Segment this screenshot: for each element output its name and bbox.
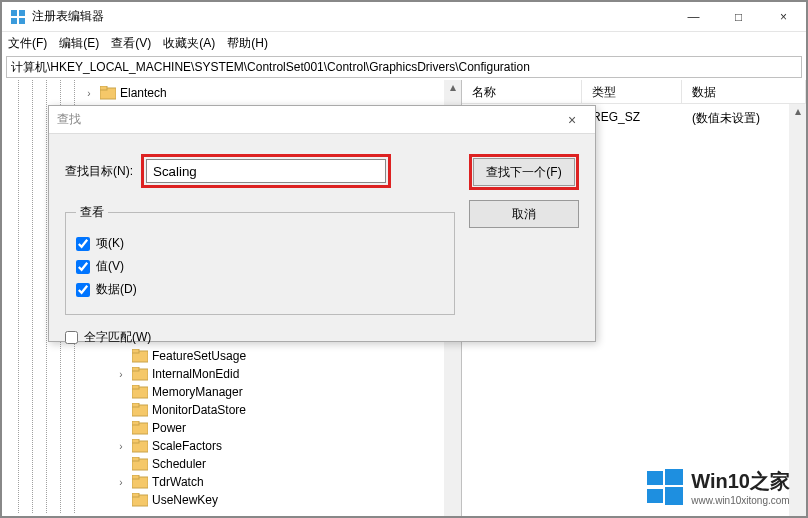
- list-header: 名称 类型 数据: [462, 80, 806, 104]
- svg-rect-15: [132, 421, 139, 425]
- tree-node[interactable]: MemoryManager: [2, 383, 461, 401]
- folder-icon: [132, 421, 148, 435]
- col-name[interactable]: 名称: [462, 80, 582, 103]
- highlight-box: [141, 154, 391, 188]
- tree-node-label: MonitorDataStore: [152, 403, 246, 417]
- svg-rect-3: [19, 18, 25, 24]
- chk-keys[interactable]: 项(K): [76, 235, 444, 252]
- folder-icon: [132, 475, 148, 489]
- svg-rect-21: [132, 475, 139, 479]
- dialog-titlebar[interactable]: 查找 ×: [49, 106, 595, 134]
- address-bar[interactable]: 计算机\HKEY_LOCAL_MACHINE\SYSTEM\ControlSet…: [6, 56, 802, 78]
- lookat-group: 查看 项(K) 值(V) 数据(D): [65, 204, 455, 315]
- find-target-label: 查找目标(N):: [65, 163, 133, 180]
- svg-rect-23: [132, 493, 139, 497]
- menubar: 文件(F) 编辑(E) 查看(V) 收藏夹(A) 帮助(H): [2, 32, 806, 54]
- menu-edit[interactable]: 编辑(E): [59, 35, 99, 52]
- tree-node-label: ScaleFactors: [152, 439, 222, 453]
- cell-data: (数值未设置): [682, 108, 806, 129]
- find-next-button[interactable]: 查找下一个(F): [473, 158, 575, 186]
- col-data[interactable]: 数据: [682, 80, 806, 103]
- tree-node[interactable]: UseNewKey: [2, 491, 461, 509]
- folder-icon: [132, 367, 148, 381]
- window-title: 注册表编辑器: [32, 8, 671, 25]
- tree-node[interactable]: Power: [2, 419, 461, 437]
- dialog-title: 查找: [57, 111, 81, 128]
- menu-view[interactable]: 查看(V): [111, 35, 151, 52]
- scroll-up-icon[interactable]: ▴: [444, 80, 461, 94]
- find-dialog: 查找 × 查找目标(N): 查看 项(K) 值(V): [48, 105, 596, 342]
- menu-help[interactable]: 帮助(H): [227, 35, 268, 52]
- expand-icon[interactable]: ›: [114, 369, 128, 380]
- tree-node-label: InternalMonEdid: [152, 367, 239, 381]
- expand-icon[interactable]: ›: [114, 477, 128, 488]
- menu-file[interactable]: 文件(F): [8, 35, 47, 52]
- svg-rect-9: [132, 367, 139, 371]
- folder-icon: [132, 403, 148, 417]
- watermark: Win10之家 www.win10xitong.com: [647, 468, 790, 506]
- dialog-close-button[interactable]: ×: [557, 112, 587, 128]
- find-target-input[interactable]: [146, 159, 386, 183]
- tree-node-label: Power: [152, 421, 186, 435]
- cancel-button[interactable]: 取消: [469, 200, 579, 228]
- chk-values[interactable]: 值(V): [76, 258, 444, 275]
- menu-favorites[interactable]: 收藏夹(A): [163, 35, 215, 52]
- watermark-brand: Win10之家: [691, 468, 790, 495]
- chk-data-label: 数据(D): [96, 281, 137, 298]
- chk-values-label: 值(V): [96, 258, 124, 275]
- svg-rect-17: [132, 439, 139, 443]
- scroll-up-icon[interactable]: ▴: [789, 104, 806, 118]
- svg-rect-26: [647, 489, 663, 503]
- svg-rect-2: [11, 18, 17, 24]
- tree-node[interactable]: MonitorDataStore: [2, 401, 461, 419]
- chk-wholeword-input[interactable]: [65, 331, 78, 344]
- tree-node[interactable]: › TdrWatch: [2, 473, 461, 491]
- folder-icon: [100, 86, 116, 100]
- lookat-legend: 查看: [76, 204, 108, 221]
- expand-icon[interactable]: ›: [114, 441, 128, 452]
- watermark-url: www.win10xitong.com: [691, 495, 790, 506]
- tree-node-label: MemoryManager: [152, 385, 243, 399]
- tree-node-label: TdrWatch: [152, 475, 204, 489]
- expand-icon[interactable]: ›: [82, 88, 96, 99]
- list-scrollbar[interactable]: ▴: [789, 104, 806, 516]
- tree-node-label: UseNewKey: [152, 493, 218, 507]
- chk-data[interactable]: 数据(D): [76, 281, 444, 298]
- tree-node[interactable]: › InternalMonEdid: [2, 365, 461, 383]
- svg-rect-0: [11, 10, 17, 16]
- chk-keys-input[interactable]: [76, 237, 90, 251]
- svg-rect-25: [665, 469, 683, 485]
- windows-logo-icon: [647, 469, 683, 505]
- folder-icon: [132, 439, 148, 453]
- cell-type: REG_SZ: [582, 108, 682, 129]
- svg-rect-27: [665, 487, 683, 505]
- titlebar: 注册表编辑器 — □ ×: [2, 2, 806, 32]
- maximize-button[interactable]: □: [716, 2, 761, 32]
- svg-rect-1: [19, 10, 25, 16]
- svg-rect-5: [100, 86, 107, 90]
- minimize-button[interactable]: —: [671, 2, 716, 32]
- svg-rect-11: [132, 385, 139, 389]
- tree-node-label: Scheduler: [152, 457, 206, 471]
- svg-rect-19: [132, 457, 139, 461]
- highlight-box: 查找下一个(F): [469, 154, 579, 190]
- close-button[interactable]: ×: [761, 2, 806, 32]
- tree-node[interactable]: › Elantech: [2, 84, 461, 102]
- folder-icon: [132, 457, 148, 471]
- folder-icon: [132, 493, 148, 507]
- tree-node-label: Elantech: [120, 86, 167, 100]
- tree-node[interactable]: Scheduler: [2, 455, 461, 473]
- chk-values-input[interactable]: [76, 260, 90, 274]
- folder-icon: [132, 385, 148, 399]
- chk-keys-label: 项(K): [96, 235, 124, 252]
- regedit-icon: [10, 9, 26, 25]
- svg-rect-13: [132, 403, 139, 407]
- chk-wholeword-label: 全字匹配(W): [84, 329, 151, 346]
- tree-node[interactable]: › ScaleFactors: [2, 437, 461, 455]
- svg-rect-24: [647, 471, 663, 485]
- chk-data-input[interactable]: [76, 283, 90, 297]
- col-type[interactable]: 类型: [582, 80, 682, 103]
